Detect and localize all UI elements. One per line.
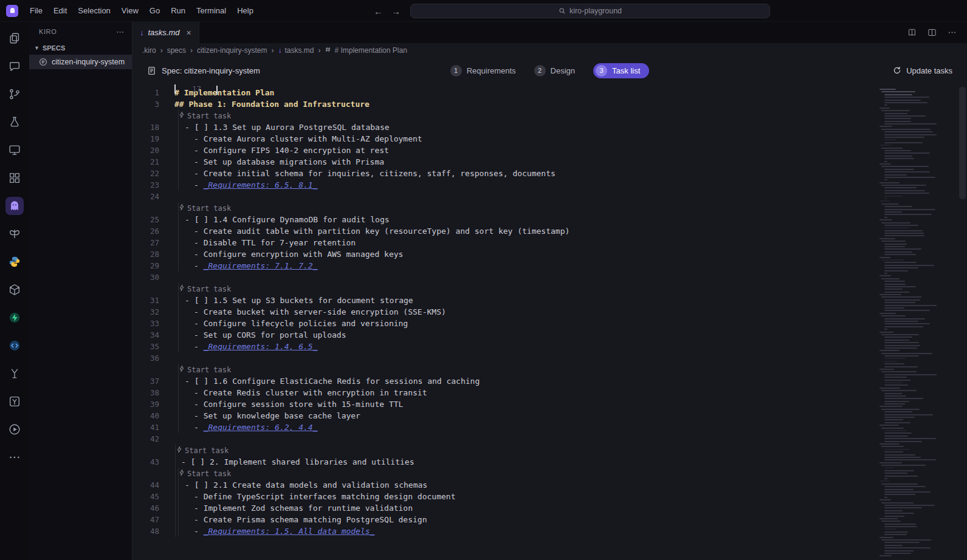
preview-icon[interactable] <box>907 27 917 38</box>
code-line: - Configure session store with 15-minute… <box>174 400 403 409</box>
menu-item-help[interactable]: Help <box>232 0 259 22</box>
minimap-line <box>881 428 904 429</box>
spec-label: Spec: citizen-inquiry-system <box>147 66 450 75</box>
line-number: 40 <box>132 411 174 420</box>
step-task-list[interactable]: 3Task list <box>593 63 649 78</box>
minimap-line <box>884 422 910 423</box>
chat-icon[interactable] <box>5 57 24 75</box>
tab-tasks-md[interactable]: ↓ tasks.md × <box>132 22 199 43</box>
minimap-line <box>884 382 903 383</box>
sidebar-section-specs[interactable]: ▼ SPECS <box>29 41 132 55</box>
editor-row: 36 <box>132 352 878 364</box>
close-icon[interactable]: × <box>187 28 191 38</box>
code-line: - Set up CORS for portal uploads <box>174 330 346 340</box>
editor-row: 30 <box>132 271 878 283</box>
source-control-icon[interactable] <box>5 85 24 103</box>
code-line: - Configure lifecycle policies and versi… <box>174 319 408 328</box>
minimap-line <box>881 91 915 92</box>
line-number: 43 <box>132 457 174 466</box>
line-number: 26 <box>132 227 174 236</box>
start-task-lens[interactable]: Start task <box>174 365 231 374</box>
minimap-line <box>884 131 933 132</box>
minimap-line <box>884 289 903 290</box>
requirements-link[interactable]: _Requirements: 6.5, 8.1_ <box>204 180 318 190</box>
minimap-line <box>884 254 916 255</box>
update-tasks-button[interactable]: Update tasks <box>893 66 952 75</box>
menu-item-edit[interactable]: Edit <box>48 0 72 22</box>
menu-item-file[interactable]: File <box>24 0 48 22</box>
minimap-line <box>884 470 914 471</box>
minimap-line <box>881 539 931 541</box>
line-number: 18 <box>132 123 174 132</box>
minimap-line <box>884 190 925 191</box>
menu-item-view[interactable]: View <box>116 0 144 22</box>
step-requirements[interactable]: 1Requirements <box>450 65 516 77</box>
menu-item-go[interactable]: Go <box>144 0 165 22</box>
breadcrumb-item-5[interactable]: # Implementation Plan <box>325 46 407 55</box>
python-icon[interactable] <box>5 253 24 271</box>
requirements-link[interactable]: _Requirements: 6.2, 4.4_ <box>204 423 318 432</box>
minimap-line <box>884 233 924 234</box>
breadcrumb-label: tasks.md <box>284 46 314 55</box>
code-line: - [ ] 1.5 Set up S3 buckets for document… <box>174 296 413 305</box>
editor-row: 22- Create initial schema for inquiries,… <box>132 168 878 179</box>
title-bar: FileEditSelectionViewGoRunTerminalHelp ←… <box>0 0 967 22</box>
butterfly-icon[interactable] <box>5 225 24 243</box>
split-editor-icon[interactable] <box>927 27 937 38</box>
minimap-line <box>884 235 924 236</box>
code-runner-icon[interactable] <box>5 336 24 355</box>
minimap-line <box>884 104 887 106</box>
line-number: 22 <box>132 169 174 178</box>
minimap-line <box>884 347 917 349</box>
kiro-icon[interactable] <box>5 197 24 215</box>
breadcrumb-item-3[interactable]: citizen-inquiry-system <box>197 46 267 55</box>
minimap-line <box>884 169 914 170</box>
scrollbar-thumb[interactable] <box>959 87 966 199</box>
start-task-lens[interactable]: Start task <box>174 469 231 478</box>
line-number: 42 <box>132 434 174 443</box>
editor-row: 39- Configure session store with 15-minu… <box>132 398 878 410</box>
test-1-icon[interactable] <box>5 364 24 383</box>
minimap-line <box>879 257 890 258</box>
breadcrumb-item-2[interactable]: specs <box>167 46 186 55</box>
breadcrumb-item-4[interactable]: ↓tasks.md <box>278 46 314 55</box>
start-task-lens[interactable]: Start task <box>174 203 231 213</box>
step-design[interactable]: 2Design <box>534 65 575 77</box>
test-2-icon[interactable] <box>5 392 24 411</box>
code-line: - Create Prisma schema matching PostgreS… <box>174 515 427 524</box>
menu-item-selection[interactable]: Selection <box>72 0 115 22</box>
minimap[interactable] <box>878 87 957 560</box>
minimap-line <box>884 486 926 487</box>
minimap-line <box>881 315 906 316</box>
forward-button[interactable]: → <box>391 6 401 16</box>
line-number: 45 <box>132 492 174 501</box>
requirements-link[interactable]: _Requirements: 7.1, 7.2_ <box>204 261 318 270</box>
supabase-icon[interactable] <box>5 309 24 327</box>
start-task-lens[interactable]: Start task <box>174 111 231 120</box>
menu-item-terminal[interactable]: Terminal <box>191 0 232 22</box>
minimap-line <box>884 177 935 178</box>
more-actions-icon[interactable] <box>947 27 957 38</box>
requirements-link[interactable]: _Requirements: 1.4, 6.5_ <box>204 342 318 351</box>
breadcrumb-item-1[interactable]: .kiro <box>142 46 156 55</box>
extensions-icon[interactable] <box>5 169 24 187</box>
requirements-link[interactable]: _Requirements: 1.5, All data models_ <box>204 527 375 536</box>
code-editor[interactable]: 1# Implementation Plan3## Phase 1: Found… <box>132 83 967 560</box>
command-center-search[interactable]: kiro-playground <box>410 4 770 18</box>
sidebar-more-icon[interactable]: ⋯ <box>116 27 125 36</box>
package-icon[interactable] <box>5 281 24 299</box>
back-button[interactable]: ← <box>374 6 383 16</box>
preview-icon[interactable] <box>5 141 24 159</box>
explorer-icon[interactable] <box>5 29 24 47</box>
line-number: 20 <box>132 146 174 155</box>
start-task-lens[interactable]: Start task <box>174 446 229 455</box>
run-icon[interactable] <box>5 420 24 439</box>
more-icon[interactable] <box>5 448 24 466</box>
menu-item-run[interactable]: Run <box>165 0 191 22</box>
minimap-line <box>879 499 891 500</box>
minimap-line <box>884 438 936 439</box>
start-task-lens[interactable]: Start task <box>174 284 231 293</box>
debug-flask-icon[interactable] <box>5 113 24 131</box>
editor-row: 45- Define TypeScript interfaces matchin… <box>132 491 878 502</box>
sidebar-item-citizen-inquiry-system[interactable]: citizen-inquiry-system <box>29 55 132 69</box>
